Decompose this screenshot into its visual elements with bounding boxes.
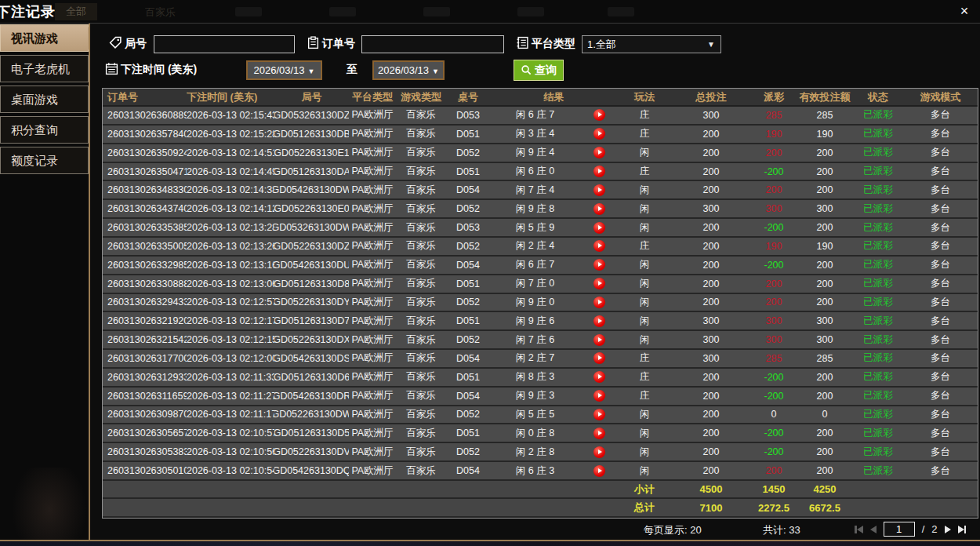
result-cell: 闲 2 庄 7 — [490, 350, 580, 367]
bet-time-cell: 2026-03-13 02:11:27 — [187, 388, 274, 405]
valid-bet-cell: 200 — [797, 163, 853, 180]
game-mode-cell: 多台 — [903, 257, 978, 274]
play-video-icon[interactable] — [593, 278, 605, 289]
status-badge: 已派彩 — [853, 275, 903, 293]
play-video-icon[interactable] — [593, 446, 605, 458]
table-number-cell: D051 — [446, 369, 490, 386]
play-video-icon[interactable] — [593, 315, 605, 327]
game-type-cell: 百家乐 — [396, 275, 446, 293]
video-replay-cell — [580, 238, 618, 255]
sidebar-item[interactable]: 桌面游戏 — [0, 86, 89, 113]
play-video-icon[interactable] — [593, 390, 605, 402]
table-number-cell: D051 — [446, 163, 490, 180]
date-to-value: 2026/03/13 — [378, 64, 429, 76]
sidebar-item[interactable]: 电子老虎机 — [0, 55, 89, 82]
table-row: 2603130263509242026-03-13 02:14:51GD0522… — [103, 144, 978, 163]
result-cell: 闲 6 庄 7 — [490, 107, 580, 124]
payout-cell: -200 — [751, 443, 797, 460]
play-video-icon[interactable] — [593, 222, 605, 234]
page-count: 2 — [931, 523, 937, 535]
game-mode-cell: 多台 — [903, 126, 978, 143]
table-number-cell: D054 — [446, 462, 490, 479]
play-video-icon[interactable] — [593, 147, 605, 158]
play-video-icon[interactable] — [593, 240, 605, 252]
payout-cell: -200 — [751, 163, 797, 180]
play-method-cell: 庄 — [618, 350, 671, 367]
status-badge: 已派彩 — [853, 462, 903, 479]
close-icon[interactable]: × — [956, 3, 972, 19]
table-row: 2603130263116592026-03-13 02:11:27GD0542… — [103, 388, 978, 406]
video-replay-cell — [580, 369, 618, 386]
status-badge: 已派彩 — [853, 163, 903, 180]
status-badge: 已派彩 — [853, 181, 903, 198]
next-page-button[interactable] — [945, 526, 951, 533]
first-page-button[interactable] — [855, 526, 863, 533]
table-number-cell: D054 — [446, 350, 490, 367]
play-video-icon[interactable] — [593, 409, 605, 420]
prev-page-button[interactable] — [870, 526, 877, 533]
table-row: 2603130263504712026-03-13 02:14:49GD0512… — [103, 163, 978, 182]
video-replay-cell — [580, 144, 618, 162]
search-button[interactable]: 查询 — [514, 60, 564, 81]
round-id-cell: GD051263130DA — [274, 163, 349, 180]
game-mode-cell: 多台 — [903, 312, 978, 329]
payout-cell: -200 — [751, 369, 797, 386]
page-number-input[interactable] — [884, 522, 915, 537]
summary-total-bet: 7100 — [671, 499, 751, 516]
play-video-icon[interactable] — [593, 297, 605, 308]
game-mode-cell: 多台 — [903, 200, 978, 217]
date-to-picker[interactable]: 2026/03/13▼ — [372, 60, 445, 80]
game-type-cell: 百家乐 — [396, 294, 446, 311]
platform-cell: PA欧洲厅 — [349, 219, 396, 236]
play-video-icon[interactable] — [593, 334, 605, 346]
valid-bet-cell: 0 — [797, 406, 853, 424]
status-badge: 已派彩 — [853, 388, 903, 405]
total-bet-cell: 200 — [671, 443, 751, 460]
background-tab-all: 全部 — [55, 3, 97, 20]
play-video-icon[interactable] — [593, 184, 605, 196]
play-video-icon[interactable] — [593, 203, 605, 215]
valid-bet-cell: 200 — [797, 462, 853, 479]
round-id-cell: GD054263130DQ — [274, 462, 349, 479]
play-video-icon[interactable] — [593, 128, 605, 140]
summary-valid-bet: 6672.5 — [797, 499, 853, 516]
play-video-icon[interactable] — [593, 109, 605, 121]
video-replay-cell — [580, 107, 618, 124]
platform-select[interactable]: 1.全部 ▼ — [582, 35, 721, 53]
background-tab-baccarat: 百家乐 — [145, 5, 176, 20]
play-video-icon[interactable] — [593, 465, 605, 477]
table-number-cell: D052 — [446, 238, 490, 255]
play-video-icon[interactable] — [593, 352, 605, 364]
sidebar-item[interactable]: 积分查询 — [0, 116, 89, 144]
status-badge: 已派彩 — [853, 238, 903, 255]
valid-bet-cell: 200 — [797, 369, 853, 386]
to-label: 至 — [347, 63, 358, 77]
play-video-icon[interactable] — [593, 166, 605, 177]
play-method-cell: 闲 — [618, 331, 671, 348]
summary-spacer — [103, 499, 618, 516]
order-input[interactable] — [361, 35, 504, 53]
bet-time-cell: 2026-03-13 02:12:15 — [187, 331, 274, 348]
total-bet-cell: 200 — [671, 126, 751, 143]
total-bet-cell: 300 — [671, 107, 751, 124]
play-video-icon[interactable] — [593, 371, 605, 383]
status-badge: 已派彩 — [853, 144, 903, 162]
date-from-picker[interactable]: 2026/03/13▼ — [246, 60, 322, 80]
sidebar-item[interactable]: 额度记录 — [0, 147, 89, 174]
table-number-cell: D051 — [446, 424, 490, 442]
chevron-down-icon: ▼ — [707, 36, 715, 53]
platform-cell: PA欧洲厅 — [349, 144, 396, 162]
round-input[interactable] — [154, 35, 295, 53]
last-page-button[interactable] — [958, 526, 967, 533]
order-number-cell: 260313026348330 — [103, 181, 187, 198]
game-mode-cell: 多台 — [903, 350, 978, 367]
play-method-cell: 庄 — [618, 238, 671, 255]
summary-empty — [853, 481, 903, 498]
sidebar-item[interactable]: 视讯游戏 — [0, 24, 89, 52]
column-header: 结果 — [490, 89, 618, 105]
order-number-cell: 260313026335005 — [103, 238, 187, 255]
play-method-cell: 庄 — [618, 126, 671, 143]
play-video-icon[interactable] — [593, 428, 605, 439]
play-video-icon[interactable] — [593, 259, 605, 271]
order-number-cell: 260313026311659 — [103, 388, 187, 405]
